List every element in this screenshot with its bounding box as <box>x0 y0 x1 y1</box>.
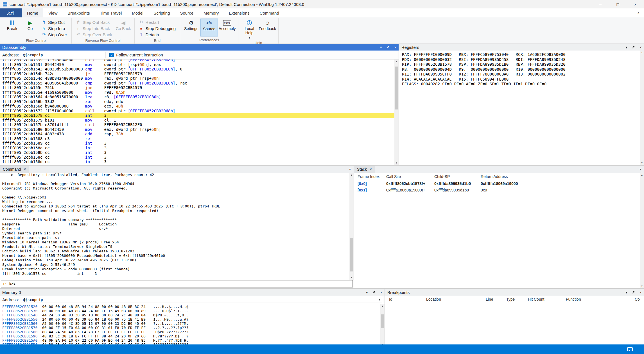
column-call-site[interactable]: Call Site <box>386 174 434 179</box>
disassembly-line[interactable]: fffff805`2cbb1580 8b442450 mov eax, dwor… <box>0 127 394 132</box>
command-scrollbar[interactable]: ▲ ▼ <box>349 173 354 280</box>
command-tab[interactable]: Command × <box>0 166 29 173</box>
memory-row[interactable]: FFFFF8052CBB154044 24 50 48 83 3D 95 1B … <box>2 313 380 317</box>
memory-row[interactable]: FFFFF8052CBB155024 80 00 00 00 48 39 05 … <box>2 317 380 321</box>
column-return-address[interactable]: Return Address <box>481 174 640 179</box>
step-out-button[interactable]: ↰Step Out <box>39 19 69 25</box>
disassembly-line[interactable]: fffff805`2cbb155c 751b jne FFFFF8052CBB1… <box>0 85 394 90</box>
disassembly-line[interactable]: fffff805`2cbb1579 b101 mov cl, 1 <box>0 118 394 123</box>
close-icon[interactable]: × <box>640 290 642 294</box>
column-line[interactable]: Line <box>486 297 506 302</box>
close-icon[interactable]: × <box>370 167 372 171</box>
pin-icon[interactable] <box>632 45 635 49</box>
stack-frame-row[interactable]: [0x1]0xfffffa18069a19000!+0xffffda899935… <box>354 187 640 193</box>
tab-breakpoints[interactable]: Breakpoints <box>62 8 95 17</box>
column-type[interactable]: Type <box>506 297 528 302</box>
follow-current-instruction-checkbox[interactable]: ✓ <box>109 53 114 57</box>
disassembly-line[interactable]: fffff805`2cbb1564 4c8d0515070000 lea r8,… <box>0 95 394 99</box>
scroll-up-icon[interactable]: ▲ <box>380 304 385 308</box>
detach-button[interactable]: ⇑Detach <box>137 31 178 38</box>
chevron-down-icon[interactable]: ▾ <box>637 166 644 173</box>
scrollbar-thumb[interactable] <box>395 67 398 109</box>
scroll-down-icon[interactable]: ▼ <box>640 284 644 288</box>
scroll-down-icon[interactable]: ▼ <box>640 161 644 165</box>
scroll-up-icon[interactable]: ▲ <box>640 173 644 177</box>
scroll-down-icon[interactable]: ▼ <box>380 342 385 344</box>
disassembly-line[interactable]: fffff805`2cbb1572 ff15f00a0000 call qwor… <box>0 109 394 113</box>
tray-chat-icon[interactable] <box>627 347 633 351</box>
memory-row[interactable]: FFFFF8052CBB15A048 0F BA F0 10 0F 22 C0 … <box>2 338 380 342</box>
disassembly-line[interactable]: fffff805`2cbb1588 c3 ret <box>0 136 394 141</box>
memory-address-input[interactable] <box>21 298 377 302</box>
column-id[interactable]: Id <box>389 297 426 302</box>
chevron-down-icon[interactable]: ▾ <box>625 290 627 294</box>
ribbon-collapse-icon[interactable]: ∧ <box>633 8 644 17</box>
local-help-button[interactable]: ? Local Help ▾ <box>241 19 258 40</box>
chevron-down-icon[interactable]: ▾ <box>625 45 627 49</box>
command-input[interactable] <box>16 282 352 286</box>
disassembly-line[interactable]: fffff805`2cbb1584 4883c478 add rsp, 78h <box>0 132 394 136</box>
break-button[interactable]: Break <box>3 19 21 36</box>
disassembly-line[interactable]: fffff805`2cbb154b 742c je FFFFF8052CBB15… <box>0 72 394 76</box>
column-hit-count[interactable]: Hit Count <box>528 297 566 302</box>
disassembly-line[interactable]: fffff805`2cbb156b 33d2 xor edx, edx <box>0 99 394 104</box>
scroll-down-icon[interactable]: ▼ <box>349 275 354 280</box>
column-child-sp[interactable]: Child-SP <box>434 174 481 179</box>
pin-icon[interactable] <box>372 291 376 294</box>
scroll-up-icon[interactable]: ▲ <box>349 173 354 177</box>
disassembly-line[interactable]: fffff805`2cbb1589 cc int 3 <box>0 141 394 146</box>
stack-tab[interactable]: Stack × <box>354 166 375 173</box>
disassembly-line[interactable]: fffff805`2cbb1539 ff15490b0000 call qwor… <box>0 60 394 62</box>
maximize-button[interactable]: □ <box>609 0 627 8</box>
memory-row[interactable]: FFFFF8052CBB15808B 44 24 50 48 83 C4 78 … <box>2 330 380 334</box>
tab-time-travel[interactable]: Time Travel <box>95 8 127 17</box>
disassembly-address-input[interactable] <box>21 52 105 58</box>
disassembly-line[interactable]: fffff805`2cbb158c cc int 3 <box>0 155 394 160</box>
taskbar[interactable] <box>0 344 644 354</box>
disassembly-line[interactable]: fffff805`2cbb158b cc int 3 <box>0 150 394 155</box>
memory-scrollbar[interactable]: ▲ ▼ <box>380 304 385 344</box>
go-back-button[interactable]: ◀ Go Back <box>115 19 132 36</box>
close-icon[interactable]: × <box>380 290 382 294</box>
disassembly-scrollbar[interactable]: ▲ ▼ <box>394 60 399 165</box>
memory-row[interactable]: FFFFF8052CBB152090 00 00 00 48 8B 94 24 … <box>2 305 380 309</box>
disassembly-line[interactable]: fffff805`2cbb153f 89442450 mov dword ptr… <box>0 62 394 67</box>
tab-source[interactable]: Source <box>175 8 199 17</box>
column-co[interactable]: Co <box>635 297 644 302</box>
restart-button[interactable]: ↻Restart <box>137 19 178 25</box>
memory-row[interactable]: FFFFF8052CBB15B0C4 38 C3 CC CC CC CC CC … <box>2 342 380 344</box>
disassembly-line[interactable]: fffff805`2cbb1543 48833d951b000000 cmp q… <box>0 67 394 72</box>
disassembly-line[interactable]: fffff805`2cbb157b e870fdffff call FFFFF8… <box>0 122 394 127</box>
column-frame-index[interactable]: Frame Index <box>358 174 386 179</box>
tab-memory[interactable]: Memory <box>198 8 224 17</box>
step-into-button[interactable]: ↳Step Into <box>39 25 69 31</box>
close-button[interactable]: × <box>627 0 644 8</box>
step-into-back-button[interactable]: ↲Step Into Back <box>74 25 114 31</box>
go-button[interactable]: ▶ Go <box>21 19 39 36</box>
tab-extensions[interactable]: Extensions <box>224 8 254 17</box>
memory-row[interactable]: FFFFF8052CBB159048 83 EC 38 E8 B7 FC FF … <box>2 334 380 338</box>
step-over-button[interactable]: ↷Step Over <box>39 31 69 38</box>
disassembly-line[interactable]: fffff805`2cbb154d 488b842480000000 mov r… <box>0 76 394 81</box>
stack-scrollbar[interactable]: ▲ ▼ <box>640 173 644 288</box>
chevron-down-icon[interactable]: ▾ <box>377 298 382 302</box>
memory-row[interactable]: FFFFF8052CBB1560A5 00 00 00 4C 8D 05 15 … <box>2 321 380 326</box>
chevron-down-icon[interactable]: ▾ <box>346 166 354 173</box>
tab-command[interactable]: Command <box>255 8 284 17</box>
minimize-button[interactable]: – <box>592 0 609 8</box>
disassembly-line[interactable]: fffff805`2cbb1555 483905841b0000 cmp qwo… <box>0 81 394 86</box>
scrollbar-thumb[interactable] <box>381 314 384 328</box>
settings-button[interactable]: ⚙ Settings <box>182 19 200 36</box>
disassembly-line[interactable]: fffff805`2cbb156d b94d000000 mov ecx, 4D… <box>0 104 394 109</box>
disassembly-line[interactable]: fffff805`2cbb158d cc int 3 <box>0 159 394 164</box>
step-over-back-button[interactable]: ↶Step Over Back <box>74 31 114 38</box>
assembly-button[interactable]: 0101 Assembly <box>218 19 236 36</box>
column-function[interactable]: Function <box>566 297 635 302</box>
tab-home[interactable]: Home <box>22 8 43 17</box>
scrollbar-thumb[interactable] <box>350 238 353 271</box>
tab-view[interactable]: View <box>43 8 62 17</box>
registers-scrollbar[interactable]: ▲ ▼ <box>640 51 644 165</box>
memory-row[interactable]: FFFFF8052CBB153080 00 00 00 48 8B 44 24 … <box>2 309 380 313</box>
frame-index-link[interactable]: [0x1] <box>358 188 386 192</box>
tab-scripting[interactable]: Scripting <box>148 8 175 17</box>
